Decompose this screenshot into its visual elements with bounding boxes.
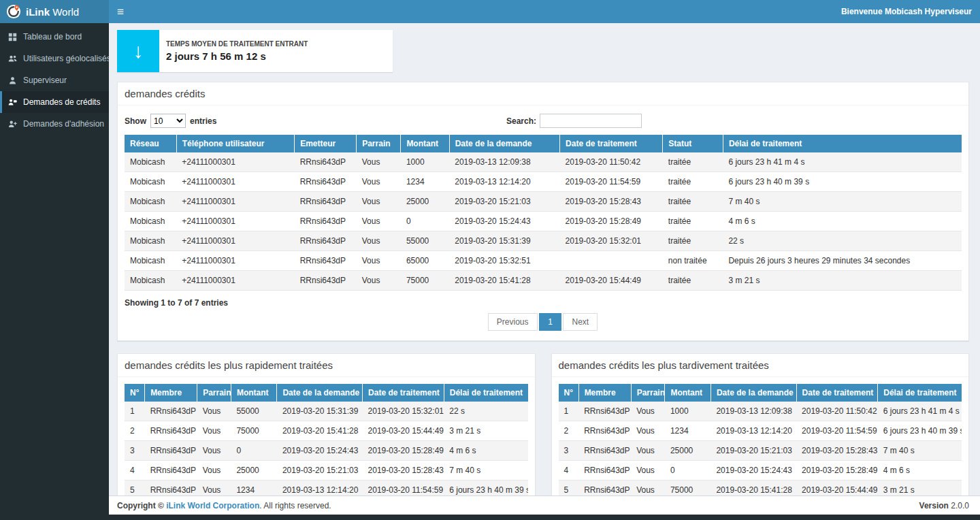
column-header[interactable]: Date de traitement: [560, 135, 663, 152]
column-header[interactable]: Téléphone utilisateur: [176, 135, 294, 152]
column-header[interactable]: Date de la demande: [277, 384, 363, 402]
table-cell: RRnsi643dP: [295, 251, 357, 271]
table-cell: 55000: [401, 231, 449, 251]
column-header[interactable]: Délai de traitement: [723, 135, 962, 152]
sidebar-item-label: Utilisateurs géolocalisés: [23, 54, 111, 63]
column-header[interactable]: Membre: [145, 384, 197, 402]
table-cell: Vous: [631, 402, 665, 421]
pagination-previous-button[interactable]: Previous: [488, 313, 538, 331]
column-header[interactable]: Parrain: [357, 135, 401, 152]
member-add-icon: [8, 120, 17, 129]
table-cell: 2: [125, 421, 145, 441]
table-cell: Vous: [357, 152, 401, 172]
table-cell: RRnsi643dP: [578, 461, 631, 481]
table-row: 1RRnsi643dPVous10002019-03-13 12:09:3820…: [559, 402, 962, 421]
table-cell: 2019-03-20 15:28:43: [796, 441, 878, 461]
column-header[interactable]: Parrain: [197, 384, 231, 402]
table-cell: 5: [125, 481, 145, 496]
table-cell: RRnsi643dP: [295, 152, 357, 172]
dashboard-icon: [8, 33, 17, 42]
table-row: 4RRnsi643dPVous250002019-03-20 15:21:032…: [125, 461, 528, 481]
footer: Copyright © iLink World Corporation. All…: [109, 495, 980, 515]
table-cell: 2019-03-20 11:54:59: [363, 481, 444, 496]
table-cell: RRnsi643dP: [295, 172, 357, 192]
column-header[interactable]: Emetteur: [295, 135, 357, 152]
show-label: Show: [125, 116, 146, 126]
column-header[interactable]: Date de la demande: [710, 384, 796, 402]
column-header[interactable]: Délai de traitement: [444, 384, 527, 402]
page-length-select[interactable]: 10: [150, 114, 186, 128]
column-header[interactable]: N°: [559, 384, 579, 402]
table-row: 3RRnsi643dPVous02019-03-20 15:24:432019-…: [125, 441, 528, 461]
table-cell: RRnsi643dP: [295, 192, 357, 212]
table-cell: Mobicash: [125, 192, 176, 212]
table-cell: 3: [559, 441, 579, 461]
table-cell: RRnsi643dP: [295, 271, 357, 291]
sidebar-toggle-icon[interactable]: ≡: [117, 6, 124, 18]
table-cell: RRnsi643dP: [145, 461, 197, 481]
table-cell: +24111000301: [176, 271, 294, 291]
table-cell: 2019-03-13 12:09:38: [710, 402, 796, 421]
table-row: Mobicash+24111000301RRnsi643dPVous550002…: [125, 231, 962, 251]
sidebar-item-utilisateurs-geolocalises[interactable]: Utilisateurs géolocalisés: [0, 48, 109, 69]
slowest-credits-table: N°MembreParrainMontantDate de la demande…: [559, 384, 962, 495]
table-cell: traitée: [663, 172, 723, 192]
table-cell: 22 s: [444, 402, 527, 421]
panel-title: demandes crédits: [125, 88, 962, 99]
column-header[interactable]: Parrain: [631, 384, 665, 402]
table-cell: RRnsi643dP: [578, 402, 631, 421]
table-cell: 2019-03-20 11:50:42: [560, 152, 663, 172]
table-row: Mobicash+24111000301RRnsi643dPVous650002…: [125, 251, 962, 271]
sidebar-item-tableau-de-bord[interactable]: Tableau de bord: [0, 26, 109, 48]
table-cell: 2019-03-20 15:44:49: [363, 421, 444, 441]
table-row: Mobicash+24111000301RRnsi643dPVous100020…: [125, 152, 962, 172]
table-cell: 6 jours 23 h 41 m 4 s: [878, 402, 962, 421]
table-cell: 2019-03-20 15:28:43: [363, 461, 444, 481]
column-header[interactable]: Montant: [665, 384, 711, 402]
table-cell: +24111000301: [176, 192, 294, 212]
search-input[interactable]: [540, 114, 642, 128]
fastest-credits-table: N°MembreParrainMontantDate de la demande…: [125, 384, 528, 495]
table-cell: 2019-03-20 11:54:59: [560, 172, 663, 192]
table-cell: 2019-03-20 15:44:49: [796, 481, 878, 496]
table-cell: RRnsi643dP: [295, 231, 357, 251]
main-area: ≡ Bienvenue Mobicash Hyperviseur ↓ TEMPS…: [109, 0, 980, 520]
column-header[interactable]: Membre: [578, 384, 631, 402]
column-header[interactable]: Montant: [231, 384, 277, 402]
column-header[interactable]: N°: [125, 384, 145, 402]
table-header-row: RéseauTéléphone utilisateurEmetteurParra…: [125, 135, 962, 152]
table-cell: Vous: [357, 231, 401, 251]
table-cell: 25000: [665, 441, 711, 461]
table-cell: Vous: [357, 192, 401, 212]
column-header[interactable]: Réseau: [125, 135, 176, 152]
company-link[interactable]: iLink World Corporation: [166, 501, 259, 510]
table-cell: 2019-03-20 15:44:49: [560, 271, 663, 291]
table-cell: RRnsi643dP: [145, 421, 197, 441]
table-cell: Vous: [197, 402, 231, 421]
down-arrow-icon: ↓: [117, 30, 159, 72]
table-cell: 2019-03-20 15:31:39: [449, 231, 559, 251]
table-cell: 75000: [665, 481, 711, 496]
column-header[interactable]: Date de la demande: [449, 135, 559, 152]
column-header[interactable]: Statut: [663, 135, 723, 152]
pagination-page-1-button[interactable]: 1: [539, 313, 561, 331]
table-cell: 4: [559, 461, 579, 481]
table-cell: 2019-03-20 15:28:43: [560, 192, 663, 212]
sidebar-item-demandes-de-credits[interactable]: Demandes de crédits: [0, 91, 109, 113]
table-cell: traitée: [663, 152, 723, 172]
table-cell: +24111000301: [176, 172, 294, 192]
table-cell: non traitée: [663, 251, 723, 271]
table-cell: RRnsi643dP: [145, 441, 197, 461]
column-header[interactable]: Date de traitement: [796, 384, 878, 402]
sidebar-item-demandes-adhesion[interactable]: Demandes d'adhésion: [0, 113, 109, 135]
pagination-next-button[interactable]: Next: [563, 313, 598, 331]
table-row: Mobicash+24111000301RRnsi643dPVous250002…: [125, 192, 962, 212]
column-header[interactable]: Date de traitement: [363, 384, 444, 402]
credit-request-icon: [8, 98, 17, 107]
column-header[interactable]: Délai de traitement: [878, 384, 962, 402]
table-row: 2RRnsi643dPVous12342019-03-13 12:14:2020…: [559, 421, 962, 441]
column-header[interactable]: Montant: [401, 135, 449, 152]
sidebar-item-superviseur[interactable]: Superviseur: [0, 69, 109, 91]
brand[interactable]: iLink World: [0, 0, 109, 23]
table-cell: Mobicash: [125, 271, 176, 291]
